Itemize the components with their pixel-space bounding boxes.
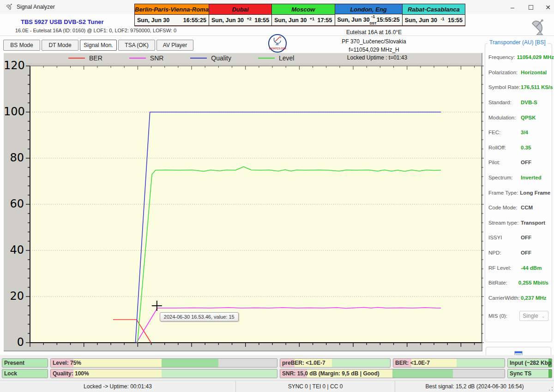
- site-line: PF 370_Lučenec/Slovakia: [265, 38, 482, 45]
- transponder-row: BitRate:0,255 Mbit/s: [488, 275, 548, 291]
- transponder-field-value: DVB-S: [519, 100, 548, 105]
- y-axis-tick-label: 60: [4, 197, 24, 210]
- preber-label: preBER: <1.0E-7: [282, 359, 325, 367]
- maximize-button[interactable]: ☐: [524, 3, 538, 12]
- clock-utc-offset: +2: [247, 17, 252, 21]
- transponder-field-label: CarrierWidth:: [488, 295, 519, 301]
- level-label: Level: 75%: [53, 359, 81, 367]
- transponder-rows: Frequency:11054,029 MHzPolarization:Hori…: [488, 50, 548, 305]
- signal-analyzer-window: Signal Analyzer – ☐ ✕ TBS 5927 USB DVB-S…: [0, 0, 554, 392]
- ber-label: BER: <1.0E-7: [395, 359, 430, 367]
- quality-line-swatch: [190, 58, 207, 59]
- snr-label: SNR: 15,0 dB (Margin: 9,5 dB | Good): [282, 369, 379, 378]
- clock-time: 15:55: [448, 17, 463, 24]
- transponder-row: RF Level:-44 dBm: [488, 260, 548, 275]
- quality-bar: Quality: 100%: [50, 369, 277, 378]
- clock-city-label: Berlin-Paris-Vienna-Roma: [135, 4, 209, 15]
- logo-caption: DXSATCS.COM: [269, 47, 286, 50]
- transponder-field-value: OFF: [519, 235, 548, 240]
- bar-segment: [218, 359, 277, 367]
- transponder-row: Frequency:11054,029 MHz: [488, 50, 548, 65]
- y-axis-tick-label: 40: [4, 244, 24, 256]
- sync-ts-label: Sync TS: [510, 369, 531, 378]
- bar-segment: [392, 369, 453, 378]
- transponder-field-label: RF Level:: [488, 265, 519, 271]
- transponder-field-value: 176,511 KS/s: [519, 84, 553, 90]
- input-label: Input (~282 Kbps): [510, 359, 552, 367]
- transponder-row: FEC:3/4: [488, 125, 548, 140]
- clock-moscow: Moscow Sun, Jun 30 +1 17:55: [272, 4, 335, 25]
- snr-line-swatch: [129, 58, 146, 59]
- transponder-row: Frame Type:Long Frame: [488, 185, 548, 200]
- transponder-field-value: CCM: [519, 205, 548, 210]
- transponder-field-value: 0.35: [519, 145, 548, 150]
- transponder-field-value: Transport: [519, 220, 548, 226]
- clock-date: Sun, Jun 30: [211, 17, 244, 24]
- bar-segment: [457, 359, 505, 367]
- y-axis-labels: 020406080100120: [4, 53, 25, 351]
- clock-time: 18:55: [254, 17, 269, 24]
- transponder-field-value: QPSK: [519, 115, 548, 120]
- legend-item-quality: Quality: [190, 54, 231, 62]
- transponder-row: Modulation:QPSK: [488, 110, 548, 125]
- transponder-row: Spectrum:Inverted: [488, 170, 548, 185]
- transponder-field-label: RollOff:: [488, 145, 519, 150]
- transponder-field-label: Standard:: [488, 100, 519, 105]
- transponder-row: Symbol Rate:176,511 KS/s: [488, 80, 548, 95]
- transponder-field-value: Horizontal: [519, 70, 548, 75]
- legend-label: BER: [89, 54, 102, 62]
- resize-grip[interactable]: [548, 386, 553, 391]
- clock-london: London, Eng Sun, Jun 30 -1DST 15:55:25: [335, 4, 403, 25]
- tuner-subtitle: 16.0E - Eutelsat 16A (ID: 0160) @ LOF1: …: [15, 28, 176, 33]
- lock-indicator: Lock: [2, 369, 48, 378]
- chevron-down-icon: ⌄: [542, 314, 545, 319]
- chart-tooltip: 2024-06-30 16.53.46, value: 15: [160, 312, 239, 321]
- frequency-line: f=11054,029 MHz_H: [265, 47, 482, 53]
- legend-label: Level: [279, 54, 294, 62]
- transponder-field-label: BitRate:: [488, 280, 517, 285]
- clock-date: Sun, Jun 30: [137, 17, 169, 24]
- transponder-field-value: Long Frame: [518, 190, 550, 196]
- clock-berlin: Berlin-Paris-Vienna-Roma Sun, Jun 30 16:…: [135, 4, 209, 25]
- clock-utc-offset: +1: [310, 17, 314, 21]
- transponder-field-label: Stream type:: [488, 220, 519, 226]
- legend-item-snr: SNR: [129, 54, 164, 62]
- minimize-button[interactable]: –: [506, 3, 519, 12]
- status-uptime: Locked -> Uptime: 00:01:43: [0, 381, 235, 392]
- transponder-field-label: Frequency:: [488, 54, 515, 60]
- tab-tsa[interactable]: TSA (OK): [118, 40, 155, 51]
- transponder-row: Pilot:OFF: [488, 155, 548, 170]
- level-line-swatch: [258, 58, 275, 59]
- dxsatcs-logo: DXSATCS.COM: [268, 34, 287, 53]
- mis-row: MIS (0): Single ⌄: [488, 311, 548, 321]
- level-bar: Level: 75%: [50, 358, 277, 368]
- transponder-field-label: Frame Type:: [488, 190, 518, 196]
- y-axis-tick-label: 120: [4, 59, 24, 72]
- clock-time: 15:55:25: [377, 17, 400, 23]
- status-bars-strip: Present Level: 75% preBER: <1.0E-7 BER: …: [0, 355, 554, 380]
- tab-av-player[interactable]: AV Player: [157, 40, 193, 51]
- tab-dt-mode[interactable]: DT Mode: [42, 40, 78, 51]
- y-axis-tick-label: 20: [4, 290, 24, 303]
- transponder-field-value: 11054,029 MHz: [515, 54, 554, 60]
- transponder-field-value: 0,237 MHz: [519, 295, 548, 301]
- close-button[interactable]: ✕: [541, 3, 554, 12]
- transponder-row: CarrierWidth:0,237 MHz: [488, 291, 548, 306]
- tab-signal-mon[interactable]: Signal Mon.: [80, 40, 117, 51]
- mis-dropdown[interactable]: Single ⌄: [519, 311, 548, 321]
- clock-city-label: Rabat-Casablanca: [403, 4, 465, 15]
- legend-label: Quality: [211, 54, 231, 62]
- clock-time: 17:55: [318, 17, 332, 24]
- satellite-name-line: Eutelsat 16A at 16.0°E: [265, 29, 482, 36]
- clock-utc-offset: -1: [440, 17, 444, 21]
- transponder-field-value: OFF: [519, 250, 548, 255]
- transponder-field-label: Spectrum:: [488, 175, 519, 180]
- mis-label: MIS (0):: [488, 313, 515, 319]
- clock-time: 16:55:25: [183, 17, 206, 24]
- y-axis-tick-label: 0: [4, 336, 24, 349]
- legend-item-level: Level: [258, 54, 294, 62]
- y-axis-tick-label: 100: [4, 105, 24, 118]
- status-sync-counters: SYNC 0 | TEI 0 | CC 0: [235, 381, 395, 392]
- tab-bs-mode[interactable]: BS Mode: [3, 40, 40, 51]
- transponder-row: NPD:OFF: [488, 245, 548, 261]
